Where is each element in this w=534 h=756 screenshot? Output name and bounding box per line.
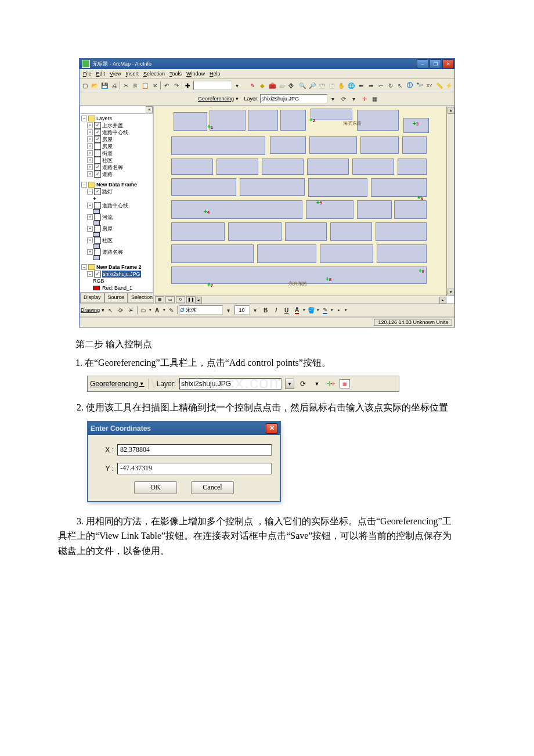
goto-xy-icon[interactable]: XY (425, 81, 434, 90)
layer-dd-icon[interactable]: ▾ (329, 94, 338, 103)
fixed-zoom-in-icon[interactable]: ⬚ (317, 81, 326, 90)
select-elements-icon[interactable]: ↖ (106, 305, 115, 315)
rotate-dd-icon[interactable]: ▾ (349, 94, 359, 103)
line-color-icon[interactable]: ✎ (320, 305, 330, 315)
view-link-table-icon[interactable]: ▦ (370, 94, 380, 103)
undo-icon[interactable]: ↶ (162, 81, 171, 90)
bold-icon[interactable]: B (261, 305, 270, 315)
font-color-icon[interactable]: A (293, 305, 302, 315)
menu-selection[interactable]: Selection (143, 71, 165, 77)
df2-name[interactable]: New Data Frame (96, 181, 137, 188)
dropdown-icon[interactable]: ▼ (285, 379, 294, 389)
new-icon[interactable]: ▢ (81, 81, 89, 90)
data-view-tab[interactable]: ▦ (155, 296, 164, 303)
expand-icon[interactable]: + (87, 237, 93, 243)
font-size-select[interactable]: 10 (234, 305, 250, 315)
toc-close-icon[interactable]: × (146, 106, 153, 113)
rect-icon[interactable]: ▭ (139, 305, 148, 315)
marker-color-icon[interactable]: • (334, 305, 344, 315)
expand-icon[interactable]: + (87, 150, 93, 156)
df3-layer[interactable]: shixi2shuju.JPG (102, 271, 141, 278)
rotate-element-icon[interactable]: ⟳ (116, 305, 125, 315)
layer-checkbox[interactable] (94, 225, 101, 232)
layer-combo[interactable]: shixi2shuju.JPG (260, 94, 327, 103)
expand-icon[interactable]: – (81, 264, 87, 270)
expand-icon[interactable]: + (87, 203, 93, 208)
font-dd-icon[interactable]: ▾ (224, 305, 233, 315)
layer-checkbox[interactable] (94, 150, 101, 157)
identify-icon[interactable]: ⓘ (406, 81, 414, 90)
toc-layer-label[interactable]: 路灯 (102, 188, 113, 195)
dialog-close-icon[interactable]: ✕ (266, 423, 277, 434)
expand-icon[interactable]: + (87, 129, 93, 135)
zoom-in-icon[interactable]: 🔍 (298, 81, 307, 90)
editor-icon[interactable]: ✎ (248, 81, 257, 90)
expand-icon[interactable]: – (87, 271, 93, 277)
cancel-button[interactable]: Cancel (191, 481, 234, 494)
add-control-points-icon[interactable]: ✛ (360, 94, 369, 103)
expand-icon[interactable]: + (87, 157, 93, 163)
map-viewport[interactable]: +1 +2 +3 +4 +5 +6 +7 +8 +9 海滨东路 东兴东路 ▴▾ … (153, 106, 454, 304)
refresh-icon[interactable]: ↻ (386, 81, 395, 90)
expand-icon[interactable]: – (87, 189, 93, 195)
layer-checkbox[interactable] (94, 143, 101, 150)
font-size-dd-icon[interactable]: ▾ (251, 305, 260, 315)
forward-icon[interactable]: ➡ (367, 81, 376, 90)
full-extent-icon[interactable]: 🌐 (347, 81, 356, 90)
toc-layer-label[interactable]: 道路名称 (102, 249, 123, 255)
back-icon[interactable]: ⬅ (357, 81, 366, 90)
layer-select[interactable]: shixi2shuju.JPG (179, 378, 282, 390)
layer-checkbox[interactable] (94, 157, 101, 164)
add-control-points-icon[interactable]: ✛✛ (326, 379, 336, 389)
drawing-menu[interactable]: Drawing ▾ (81, 307, 104, 313)
add-data-icon[interactable]: ✚ (183, 81, 192, 90)
expand-icon[interactable]: + (87, 226, 93, 232)
pan-icon[interactable]: ✋ (337, 81, 346, 90)
expand-icon[interactable]: + (87, 136, 93, 142)
menu-help[interactable]: Help (210, 71, 221, 77)
rotate-icon[interactable]: ⟳ (339, 94, 348, 103)
expand-icon[interactable]: + (87, 123, 93, 128)
layer-checkbox[interactable]: ✓ (94, 271, 101, 278)
zoom-sel-icon[interactable]: ☀ (127, 305, 136, 315)
toc-layer-label[interactable]: 社区 (102, 237, 113, 244)
scrollbar-horizontal[interactable]: ▦ ▭ ↻ ❚❚ ◂ ▸ (154, 296, 447, 303)
layer-checkbox[interactable]: ✓ (94, 164, 101, 171)
save-icon[interactable]: 💾 (100, 81, 109, 90)
zoom-out-icon[interactable]: 🔎 (308, 81, 317, 90)
expand-icon[interactable]: – (81, 182, 87, 188)
layer-checkbox[interactable]: ✓ (94, 122, 101, 129)
menu-tools[interactable]: Tools (169, 71, 182, 77)
font-select[interactable]: Ø宋体 (179, 305, 223, 315)
toc-layer-label[interactable]: 上水井盖 (102, 122, 123, 129)
menu-insert[interactable]: Insert (125, 71, 139, 77)
x-input[interactable] (117, 444, 272, 456)
find-icon[interactable]: 🔭 (416, 81, 424, 90)
cut-icon[interactable]: ✂ (121, 81, 130, 90)
cmdline-icon[interactable]: ▭ (277, 81, 286, 90)
paste-icon[interactable]: 📋 (141, 81, 150, 90)
refresh-view-icon[interactable]: ↻ (176, 296, 185, 303)
toc-layer-label[interactable]: 道路 (102, 171, 113, 178)
georef-menu[interactable]: Georeferencing ▾ (198, 96, 239, 102)
menu-file[interactable]: File (83, 71, 92, 77)
edit-vertices-icon[interactable]: ✎ (167, 305, 176, 315)
rotate-dd-icon[interactable]: ▼ (312, 379, 322, 389)
minimize-button[interactable]: – (417, 59, 428, 69)
df3-name[interactable]: New Data Frame 2 (96, 264, 142, 271)
redo-icon[interactable]: ↷ (172, 81, 181, 90)
ok-button[interactable]: OK (134, 481, 177, 494)
toc-layer-label[interactable]: 街道 (102, 150, 113, 157)
layer-checkbox[interactable] (94, 237, 101, 244)
toc-layer-label[interactable]: 河流 (102, 214, 113, 221)
arctoolbox-icon[interactable]: 🧰 (268, 81, 276, 90)
delete-icon[interactable]: ✕ (151, 81, 160, 90)
layer-checkbox[interactable] (94, 202, 101, 209)
expand-icon[interactable]: + (87, 249, 93, 255)
maximize-button[interactable]: ❐ (430, 59, 441, 69)
close-button[interactable]: ✕ (442, 59, 454, 69)
print-icon[interactable]: 🖨 (110, 81, 118, 90)
menu-view[interactable]: View (110, 71, 121, 77)
arccatalog-icon[interactable]: ◆ (258, 81, 267, 90)
georef-menu-btn[interactable]: Georeferencing▼ (90, 380, 145, 388)
